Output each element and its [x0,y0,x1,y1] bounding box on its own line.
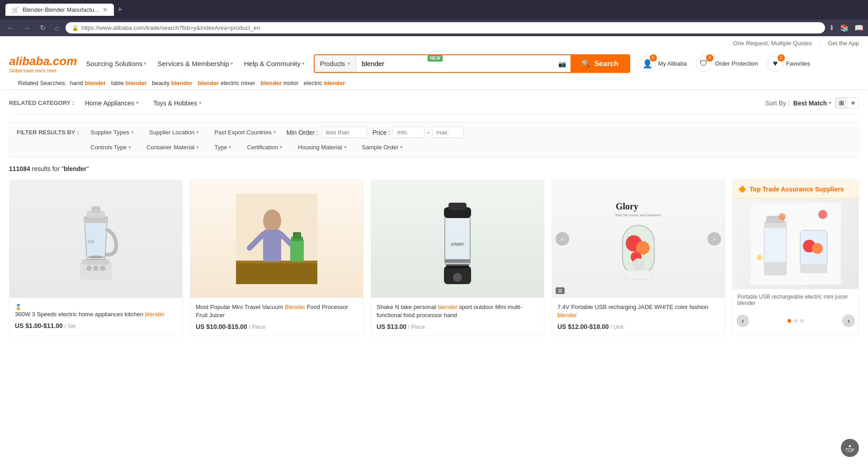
header-top-right: One Request, Multiple Quotes | Get the A… [733,40,859,47]
price-max-input[interactable] [432,127,464,138]
downloads-icon[interactable]: ⬇ [829,24,835,32]
svg-text:shake: shake [451,241,464,247]
product-card-4[interactable]: ‹ › Glory Take life easier and healthier [552,180,725,336]
filter-controls-type[interactable]: Controls Type ▾ [85,142,136,153]
svg-rect-12 [236,262,317,284]
bookmarks-icon[interactable]: 📚 [840,24,849,32]
scroll-top-button[interactable]: ▲ TOP [841,439,859,457]
chevron-down-icon: ▾ [280,144,283,150]
favorites-icon-circle: ♥ 0 [767,56,783,72]
svg-rect-15 [263,230,281,262]
chevron-down-icon: ▾ [302,61,305,67]
scroll-top-label: TOP [845,448,854,453]
search-input[interactable] [356,55,554,72]
url-bar[interactable]: 🔒 https://www.alibaba.com/trade/search?f… [66,22,825,33]
sort-by-label: Sort By : [765,100,790,107]
grid-view-button[interactable]: ⊞ [835,98,848,108]
min-order-input[interactable] [322,127,367,138]
search-button[interactable]: 🔍 Search [571,55,629,72]
chevron-down-icon: ▾ [128,144,131,150]
related-search-electric-blender[interactable]: electric blender [304,80,345,86]
carousel-next-button[interactable]: › [708,232,721,246]
search-category-selector[interactable]: Products ▾ [315,55,356,72]
filter-type[interactable]: Type ▾ [209,142,236,153]
svg-text:Glory: Glory [616,201,638,212]
nav-services-membership[interactable]: Services & Membership ▾ [157,60,233,67]
chevron-down-icon: ▾ [344,144,347,150]
main-nav: Sourcing Solutions ▾ Services & Membersh… [86,60,305,67]
chevron-down-icon: ▾ [199,100,202,106]
blender-svg-2 [236,194,317,284]
category-toys-hobbies[interactable]: Toys & Hobbies ▾ [150,98,205,109]
chevron-down-icon: ▾ [131,129,134,135]
sort-select[interactable]: Best Match ▾ [793,100,832,107]
svg-point-7 [86,266,92,271]
tab-title: Blender-Blender Manufactu... [23,6,99,13]
tab-close-button[interactable]: ✕ [103,6,108,13]
active-tab[interactable]: 🛒 Blender-Blender Manufactu... ✕ [5,4,114,16]
filter-certification[interactable]: Certification ▾ [242,142,288,153]
list-view-button[interactable]: ≡ [848,98,859,108]
carousel-dot-3[interactable] [800,319,804,323]
chevron-down-icon: ▾ [274,129,276,135]
price-section: Price : - [373,127,464,138]
svg-point-28 [453,273,462,282]
filter-supplier-types[interactable]: Supplier Types ▾ [85,127,139,138]
filter-container-material[interactable]: Container Material ▾ [142,142,204,153]
favorites-link[interactable]: ♥ 0 Favorites [767,56,810,72]
site-header: One Request, Multiple Quotes | Get the A… [0,36,868,90]
svg-text:Take life easier and healthier: Take life easier and healthier [615,213,661,217]
min-order-label: Min Order : [287,129,318,136]
svg-rect-23 [445,216,470,265]
related-search-beauty-blender[interactable]: beauty blender [152,80,193,86]
related-search-table-blender[interactable]: table blender [111,80,147,86]
forward-button[interactable]: → [21,23,33,33]
reload-button[interactable]: ↻ [37,23,48,33]
order-protection-link[interactable]: 🛡 0 Order Protection [696,56,758,72]
get-app-link[interactable]: Get the App [828,40,859,47]
svg-point-47 [818,210,827,219]
related-search-blender-electric-mixer[interactable]: blender electric mixer [198,80,255,86]
category-label: Products [320,60,345,67]
carousel-dot-2[interactable] [794,319,797,323]
products-grid: SN 🏅 300W 3 Speeds electric home applian… [9,180,859,336]
home-button[interactable]: ⌂ [52,23,62,33]
product-title-4: 7.4V Portable USB recharging JADE WHITE … [557,303,719,319]
related-search-blender-motor[interactable]: blender motor [260,80,298,86]
blender-svg-4: Glory Take life easier and healthier [607,194,670,284]
reader-icon[interactable]: 📖 [854,24,863,32]
new-tab-button[interactable]: + [118,5,123,14]
filter-sample-order[interactable]: Sample Order ▾ [357,142,408,153]
trade-assurance-svg [750,203,841,285]
alibaba-logo[interactable]: alibaba.com Global trade starts here. [9,54,77,73]
svg-point-44 [812,243,823,254]
filter-bar: FILTER RESULTS BY : Supplier Types ▾ Sup… [9,122,859,158]
category-home-appliances[interactable]: Home Appliances ▾ [81,98,142,109]
header-main: alibaba.com Global trade starts here. So… [9,50,859,77]
chevron-down-icon: ▾ [136,100,139,106]
filter-housing-material[interactable]: Housing Material ▾ [293,142,352,153]
carousel-prev-button[interactable]: ‹ [556,232,569,246]
related-search-hand-blender[interactable]: hand blender [70,80,106,86]
product-image-3: shake [371,180,544,298]
price-min-input[interactable] [393,127,425,138]
product-card-2[interactable]: Most Popular Mini Travel Vacuum Blender … [190,180,363,336]
trade-assurance-description: Portable USB rechargeable electric mini … [733,289,859,311]
camera-search-icon[interactable]: 📷 [554,55,571,72]
tab-favicon: 🛒 [12,6,19,13]
nav-sourcing-solutions[interactable]: Sourcing Solutions ▾ [86,60,146,67]
product-image-2 [190,180,363,298]
product-card-1[interactable]: SN 🏅 300W 3 Speeds electric home applian… [9,180,183,336]
product-title-3: Shake N take personal blender sport outd… [377,303,538,319]
back-button[interactable]: ← [5,23,17,33]
nav-help-community[interactable]: Help & Community ▾ [244,60,305,67]
one-request-link[interactable]: One Request, Multiple Quotes [733,40,812,47]
main-content: RELATED CATEGORY : Home Appliances ▾ Toy… [0,90,868,343]
product-card-3[interactable]: shake Shake N take personal blender spor… [371,180,544,336]
carousel-dot-1[interactable] [788,319,791,323]
carousel-prev-btn[interactable]: ‹ [736,314,749,327]
filter-past-export-countries[interactable]: Past Export Countries ▾ [209,127,281,138]
my-alibaba-link[interactable]: 👤 0 My Alibaba [639,56,687,72]
filter-supplier-location[interactable]: Supplier Location ▾ [144,127,204,138]
carousel-next-btn[interactable]: › [842,314,855,327]
